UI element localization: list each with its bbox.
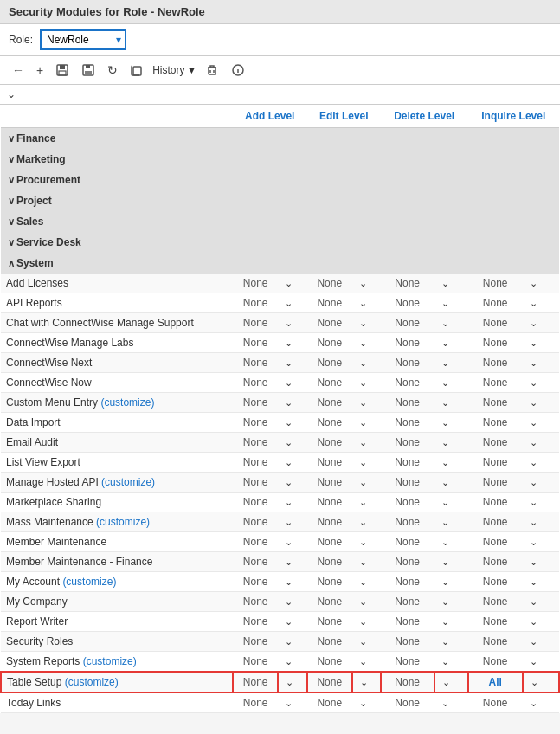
edit-dropdown-btn[interactable]: ⌄	[357, 656, 369, 667]
edit-level-chevron[interactable]: ⌄	[352, 293, 381, 313]
edit-level-chevron[interactable]: ⌄	[352, 652, 381, 673]
inquire-level-chevron[interactable]: ⌄	[523, 692, 559, 713]
inquire-dropdown-btn[interactable]: ⌄	[529, 677, 540, 688]
delete-dropdown-btn[interactable]: ⌄	[440, 278, 451, 289]
inquire-dropdown-btn[interactable]: ⌄	[528, 457, 539, 468]
customize-link[interactable]: (customize)	[62, 576, 116, 588]
section-chevron-icon[interactable]: ∨	[8, 154, 15, 164]
delete-level-chevron[interactable]: ⌄	[434, 433, 468, 453]
back-button[interactable]: ←	[9, 61, 28, 80]
inquire-dropdown-btn[interactable]: ⌄	[528, 698, 539, 709]
edit-level-chevron[interactable]: ⌄	[352, 672, 381, 692]
section-chevron-icon[interactable]: ∨	[8, 237, 15, 248]
add-level-chevron[interactable]: ⌄	[278, 612, 306, 632]
add-dropdown-btn[interactable]: ⌄	[283, 576, 294, 588]
inquire-level-chevron[interactable]: ⌄	[523, 333, 559, 353]
add-level-chevron[interactable]: ⌄	[278, 473, 306, 493]
inquire-dropdown-btn[interactable]: ⌄	[528, 417, 539, 428]
customize-link[interactable]: (customize)	[65, 676, 119, 688]
delete-dropdown-btn[interactable]: ⌄	[440, 437, 451, 448]
inquire-dropdown-btn[interactable]: ⌄	[528, 596, 539, 608]
inquire-dropdown-btn[interactable]: ⌄	[528, 616, 539, 628]
add-dropdown-btn[interactable]: ⌄	[283, 278, 294, 289]
delete-dropdown-btn[interactable]: ⌄	[440, 616, 451, 628]
master-chevron-icon[interactable]: ⌄	[7, 88, 16, 100]
add-level-chevron[interactable]: ⌄	[278, 532, 306, 552]
delete-level-chevron[interactable]: ⌄	[434, 353, 468, 373]
add-dropdown-btn[interactable]: ⌄	[283, 298, 294, 309]
delete-level-chevron[interactable]: ⌄	[434, 333, 468, 353]
delete-dropdown-btn[interactable]: ⌄	[440, 457, 451, 468]
edit-dropdown-btn[interactable]: ⌄	[357, 497, 369, 508]
section-chevron-icon[interactable]: ∨	[8, 133, 15, 144]
inquire-level-chevron[interactable]: ⌄	[523, 413, 559, 433]
delete-dropdown-btn[interactable]: ⌄	[440, 656, 451, 667]
delete-dropdown-btn[interactable]: ⌄	[440, 596, 451, 608]
delete-level-chevron[interactable]: ⌄	[434, 632, 468, 652]
inquire-dropdown-btn[interactable]: ⌄	[528, 636, 539, 647]
add-dropdown-btn[interactable]: ⌄	[283, 656, 294, 667]
edit-dropdown-btn[interactable]: ⌄	[357, 377, 369, 389]
inquire-level-chevron[interactable]: ⌄	[523, 532, 559, 552]
inquire-level-chevron[interactable]: ⌄	[523, 373, 559, 393]
inquire-level-chevron[interactable]: ⌄	[523, 353, 559, 373]
inquire-level-chevron[interactable]: ⌄	[523, 652, 559, 673]
inquire-dropdown-btn[interactable]: ⌄	[528, 557, 539, 568]
add-dropdown-btn[interactable]: ⌄	[283, 557, 294, 568]
delete-level-chevron[interactable]: ⌄	[434, 373, 468, 393]
delete-level-chevron[interactable]: ⌄	[434, 692, 468, 713]
edit-level-chevron[interactable]: ⌄	[352, 413, 381, 433]
add-level-chevron[interactable]: ⌄	[278, 393, 306, 413]
edit-level-chevron[interactable]: ⌄	[352, 333, 381, 353]
inquire-dropdown-btn[interactable]: ⌄	[528, 357, 539, 369]
edit-dropdown-btn[interactable]: ⌄	[357, 437, 369, 448]
inquire-level-chevron[interactable]: ⌄	[523, 293, 559, 313]
delete-level-chevron[interactable]: ⌄	[434, 572, 468, 592]
edit-level-chevron[interactable]: ⌄	[352, 353, 381, 373]
inquire-level-chevron[interactable]: ⌄	[523, 433, 559, 453]
delete-dropdown-btn[interactable]: ⌄	[440, 477, 451, 488]
edit-level-chevron[interactable]: ⌄	[352, 433, 381, 453]
edit-level-chevron[interactable]: ⌄	[352, 274, 381, 293]
delete-dropdown-btn[interactable]: ⌄	[440, 497, 451, 508]
save-button[interactable]	[52, 61, 73, 80]
inquire-dropdown-btn[interactable]: ⌄	[528, 517, 539, 528]
history-button[interactable]: History ▼	[152, 64, 196, 76]
inquire-level-chevron[interactable]: ⌄	[523, 672, 559, 692]
edit-dropdown-btn[interactable]: ⌄	[357, 517, 369, 528]
add-dropdown-btn[interactable]: ⌄	[283, 437, 294, 448]
inquire-dropdown-btn[interactable]: ⌄	[528, 537, 539, 548]
delete-level-chevron[interactable]: ⌄	[434, 532, 468, 552]
add-dropdown-btn[interactable]: ⌄	[283, 517, 294, 528]
delete-dropdown-btn[interactable]: ⌄	[440, 338, 451, 349]
section-chevron-icon[interactable]: ∨	[8, 175, 15, 185]
inquire-dropdown-btn[interactable]: ⌄	[528, 278, 539, 289]
inquire-level-chevron[interactable]: ⌄	[523, 612, 559, 632]
add-level-chevron[interactable]: ⌄	[278, 413, 306, 433]
refresh-button[interactable]: ↻	[104, 61, 121, 80]
add-level-chevron[interactable]: ⌄	[278, 433, 306, 453]
add-dropdown-btn[interactable]: ⌄	[284, 677, 295, 688]
delete-dropdown-btn[interactable]: ⌄	[440, 698, 451, 709]
edit-dropdown-btn[interactable]: ⌄	[357, 278, 369, 289]
inquire-dropdown-btn[interactable]: ⌄	[528, 576, 539, 588]
add-level-chevron[interactable]: ⌄	[278, 333, 306, 353]
edit-level-chevron[interactable]: ⌄	[352, 493, 381, 512]
edit-dropdown-btn[interactable]: ⌄	[357, 636, 369, 647]
inquire-dropdown-btn[interactable]: ⌄	[528, 318, 539, 329]
edit-dropdown-btn[interactable]: ⌄	[357, 457, 369, 468]
inquire-dropdown-btn[interactable]: ⌄	[528, 338, 539, 349]
add-level-chevron[interactable]: ⌄	[278, 274, 306, 293]
inquire-level-chevron[interactable]: ⌄	[523, 473, 559, 493]
add-level-chevron[interactable]: ⌄	[278, 632, 306, 652]
delete-dropdown-btn[interactable]: ⌄	[440, 397, 451, 409]
section-chevron-icon[interactable]: ∨	[8, 196, 15, 206]
edit-dropdown-btn[interactable]: ⌄	[357, 698, 369, 709]
delete-level-chevron[interactable]: ⌄	[434, 473, 468, 493]
delete-level-chevron[interactable]: ⌄	[434, 512, 468, 532]
inquire-dropdown-btn[interactable]: ⌄	[528, 437, 539, 448]
add-level-chevron[interactable]: ⌄	[278, 552, 306, 572]
edit-dropdown-btn[interactable]: ⌄	[357, 298, 369, 309]
inquire-level-chevron[interactable]: ⌄	[523, 493, 559, 512]
edit-level-chevron[interactable]: ⌄	[352, 632, 381, 652]
